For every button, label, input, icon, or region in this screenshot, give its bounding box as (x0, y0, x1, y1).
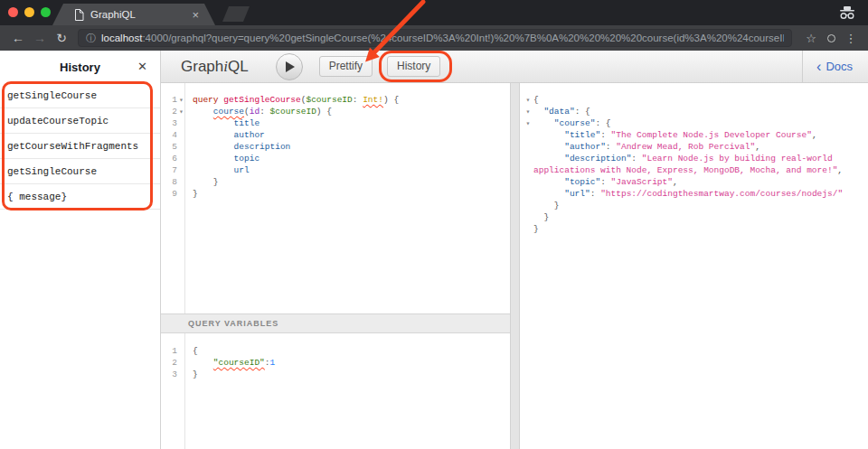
extension-circle-icon[interactable] (821, 32, 841, 45)
pane-resize-handle[interactable] (510, 83, 520, 449)
bookmark-star-icon[interactable]: ☆ (801, 32, 821, 45)
query-editor[interactable]: 1▾query getSingleCourse($courseID: Int!)… (161, 83, 510, 313)
address-bar[interactable]: ⓘ localhost:4000/graphql?query=query%20g… (78, 29, 792, 47)
query-variables-bar[interactable]: QUERY VARIABLES (161, 313, 510, 333)
fold-arrow-icon[interactable]: ▾ (523, 94, 533, 106)
code-line: ▾ "course": { (523, 117, 868, 129)
play-icon (286, 61, 295, 72)
code-line: } (523, 200, 868, 211)
history-item[interactable]: getCourseWithFragments (0, 134, 160, 159)
code-line: } (523, 223, 868, 235)
code-line: 2▾ course(id: $courseID) { (161, 106, 510, 117)
fold-spacer (523, 223, 533, 235)
docs-button[interactable]: ‹ Docs (802, 51, 868, 82)
code-line: applications with Node, Express, MongoDB… (523, 164, 868, 176)
code-line: "topic": "JavaScript", (523, 176, 868, 188)
query-variables-label: QUERY VARIABLES (188, 319, 278, 328)
fold-spacer (523, 188, 533, 200)
gutter-rail (161, 83, 185, 313)
code-line: 9} (161, 188, 510, 200)
history-title: History (60, 61, 100, 74)
window-zoom-button[interactable] (41, 7, 51, 17)
code-line: 1▾query getSingleCourse($courseID: Int!)… (161, 94, 510, 106)
incognito-icon (837, 5, 857, 21)
window-close-button[interactable] (8, 7, 18, 17)
url-path: :4000/graphql?query=query%20getSingleCou… (142, 33, 784, 43)
new-tab-button[interactable] (222, 6, 250, 22)
browser-toolbar: ← → ↻ ⓘ localhost:4000/graphql?query=que… (0, 25, 868, 51)
editor-column: 1▾query getSingleCourse($courseID: Int!)… (161, 83, 510, 449)
result-viewer: ▾{▾ "data": {▾ "course": { "title": "The… (520, 83, 868, 449)
fold-spacer (523, 176, 533, 188)
history-header: History ✕ (0, 51, 160, 83)
graphiql-toolbar: GraphiQL Prettify History ‹ Docs (161, 51, 868, 83)
code-line: 3} (161, 369, 510, 380)
history-item[interactable]: updateCourseTopic (0, 108, 160, 134)
code-line: 6 topic (161, 153, 510, 164)
history-sidebar: History ✕ getSingleCourseupdateCourseTop… (0, 51, 161, 449)
tab-title: GraphiQL (90, 9, 192, 20)
code-line: "title": "The Complete Node.js Developer… (523, 129, 868, 141)
page-favicon-icon (74, 9, 84, 21)
history-item[interactable]: { message} (0, 184, 160, 210)
code-line: 1{ (161, 345, 510, 357)
browser-menu-icon[interactable]: ⋮ (841, 32, 861, 45)
fold-arrow-icon[interactable]: ▾ (523, 117, 533, 129)
code-line: "author": "Andrew Mead, Rob Percival", (523, 141, 868, 153)
fold-spacer (523, 141, 533, 153)
code-line: 5 description (161, 141, 510, 153)
code-line: ▾ "data": { (523, 106, 868, 117)
fold-spacer (523, 164, 533, 176)
code-line: 8 } (161, 176, 510, 188)
url-text: localhost:4000/graphql?query=query%20get… (101, 33, 784, 43)
chevron-left-icon: ‹ (816, 60, 821, 74)
back-icon[interactable]: ← (7, 31, 29, 45)
history-button[interactable]: History (387, 56, 440, 77)
url-host: localhost (101, 33, 142, 43)
fold-arrow-icon[interactable]: ▾ (523, 106, 533, 117)
code-line: 7 url (161, 164, 510, 176)
prettify-button[interactable]: Prettify (319, 56, 373, 77)
browser-tab-bar: GraphiQL × (0, 0, 868, 25)
fold-spacer (523, 153, 533, 164)
execute-button[interactable] (276, 53, 303, 80)
forward-icon: → (29, 31, 51, 45)
browser-tab[interactable]: GraphiQL × (52, 4, 215, 25)
code-line: 3 title (161, 117, 510, 129)
graphiql-logo: GraphiQL (181, 58, 249, 76)
tab-close-icon[interactable]: × (192, 9, 199, 21)
code-line: ▾{ (523, 94, 868, 106)
gutter-rail (161, 333, 185, 449)
fold-spacer (523, 129, 533, 141)
code-line: 2 "courseID":1 (161, 357, 510, 369)
code-line: } (523, 211, 868, 223)
code-line: "description": "Learn Node.js by buildin… (523, 153, 868, 164)
site-info-icon[interactable]: ⓘ (86, 32, 96, 45)
fold-spacer (523, 200, 533, 211)
fold-spacer (523, 211, 533, 223)
variables-editor[interactable]: 1{2 "courseID":13} (161, 333, 510, 449)
code-line: 4 author (161, 129, 510, 141)
window-minimize-button[interactable] (24, 7, 34, 17)
code-line: "url": "https://codingthesmartway.com/co… (523, 188, 868, 200)
history-item[interactable]: getSingleCourse (0, 83, 160, 108)
history-item[interactable]: getSingleCourse (0, 159, 160, 184)
history-close-icon[interactable]: ✕ (137, 60, 147, 73)
history-list: getSingleCourseupdateCourseTopicgetCours… (0, 83, 160, 210)
docs-label: Docs (826, 60, 853, 73)
reload-icon[interactable]: ↻ (51, 31, 72, 45)
